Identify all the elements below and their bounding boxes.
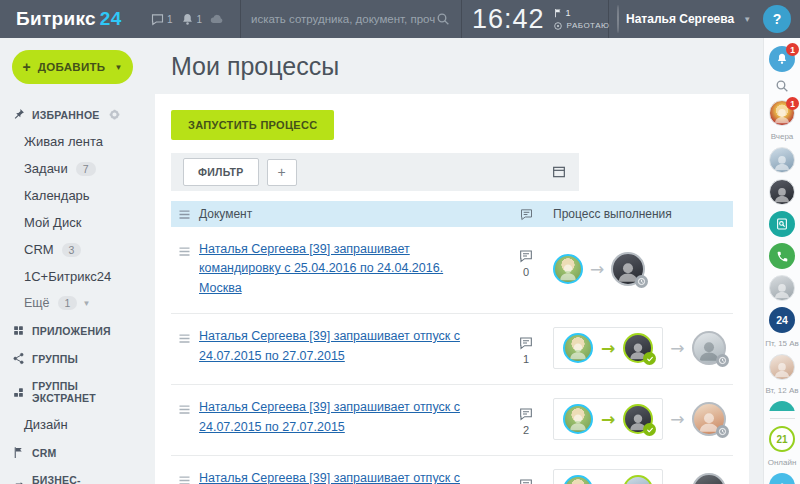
person-icon (567, 339, 589, 361)
check-icon (646, 355, 654, 363)
completed-stage-box: → (553, 469, 663, 484)
table-row: Наталья Сергеева [39] запрашивает команд… (171, 227, 733, 314)
pending-clock-badge (635, 275, 648, 288)
cloud-button[interactable] (207, 11, 227, 27)
comments-cell[interactable]: 0 (499, 240, 553, 278)
drag-handle-icon (177, 473, 192, 484)
chevron-down-icon: ▼ (743, 15, 751, 24)
completed-stage-box: → (553, 327, 663, 369)
sidebar-item-1c-bitrix24[interactable]: 1С+Битрикс24 (0, 263, 145, 290)
comments-cell[interactable]: 0 (499, 469, 553, 484)
rail-chat-contact[interactable] (769, 179, 795, 205)
top-bar: Битрикс 24 1 1 16:42 1 РАБОТА (0, 0, 800, 38)
initiator-avatar[interactable] (563, 333, 593, 363)
initiator-avatar[interactable] (563, 475, 593, 484)
rail-notifications-button[interactable]: 1 (769, 46, 795, 72)
chat-button[interactable]: 1 (148, 12, 175, 27)
rail-call-chat[interactable] (769, 243, 795, 269)
clock-time: 16:42 (472, 4, 545, 35)
drag-handle[interactable] (171, 469, 199, 484)
gear-icon[interactable] (108, 108, 121, 121)
apps-icon (12, 324, 25, 337)
arrow-icon: → (590, 261, 604, 278)
document-link[interactable]: Наталья Сергеева [39] запрашивает команд… (199, 242, 443, 295)
approved-avatar[interactable] (623, 333, 653, 363)
share-icon (12, 352, 25, 365)
online-users-button[interactable]: 21 (769, 426, 795, 452)
work-status-label: РАБОТАЮ (567, 21, 610, 30)
cloud-icon (209, 11, 225, 27)
drag-handle[interactable] (171, 398, 199, 417)
comment-icon (518, 248, 534, 264)
view-settings-icon[interactable] (551, 164, 567, 180)
pending-approver-avatar[interactable] (611, 252, 645, 286)
drag-handle[interactable] (171, 240, 199, 259)
approved-avatar[interactable] (623, 475, 653, 484)
pending-clock-badge (716, 425, 729, 438)
sidebar-item-my-disk[interactable]: Мой Диск (0, 209, 145, 236)
logo-number: 24 (100, 8, 122, 30)
sidebar-item-more[interactable]: Ещё 1 ▼ (0, 290, 145, 316)
left-sidebar: + ДОБАВИТЬ ▼ ИЗБРАННОЕ Живая лента Задач… (0, 38, 145, 484)
app-logo[interactable]: Битрикс 24 (0, 0, 148, 38)
work-status[interactable]: РАБОТАЮ (553, 21, 610, 31)
sidebar-item-tasks[interactable]: Задачи 7 (0, 155, 145, 182)
loop-icon (12, 480, 25, 484)
time-tracker[interactable]: 16:42 1 РАБОТАЮ (462, 0, 608, 38)
add-filter-button[interactable]: + (267, 159, 297, 186)
run-process-button[interactable]: ЗАПУСТИТЬ ПРОЦЕСС (171, 110, 334, 140)
rail-chat-contact[interactable] (769, 147, 795, 173)
help-button[interactable]: ? (763, 5, 791, 33)
pending-approver-avatar[interactable] (692, 331, 726, 365)
initiator-avatar[interactable] (553, 254, 583, 284)
rail-chat-contact[interactable] (769, 275, 795, 301)
comment-icon (518, 406, 534, 422)
notification-count: 1 (197, 14, 203, 25)
sidebar-section-crm[interactable]: CRM (0, 438, 145, 466)
approved-avatar[interactable] (623, 404, 653, 434)
person-icon (772, 152, 792, 172)
sidebar-item-design[interactable]: Дизайн (0, 411, 145, 438)
column-header-document[interactable]: Документ (199, 207, 499, 221)
user-menu[interactable]: Наталья Сергеева ▼ (608, 0, 754, 38)
sidebar-section-extranet-groups[interactable]: ГРУППЫ ЭКСТРАНЕТ (0, 372, 145, 411)
comments-cell[interactable]: 1 (499, 327, 553, 365)
rail-chat-contact[interactable] (769, 354, 795, 380)
filter-button[interactable]: ФИЛЬТР (183, 158, 259, 186)
comments-cell[interactable]: 2 (499, 398, 553, 436)
sidebar-item-live-feed[interactable]: Живая лента (0, 128, 145, 155)
rail-clipped-chat[interactable] (769, 401, 795, 411)
document-link[interactable]: Наталья Сергеева [39] запрашивает отпуск… (199, 400, 460, 433)
column-header-process[interactable]: Процесс выполнения (553, 207, 733, 221)
extranet-header-label: ГРУППЫ ЭКСТРАНЕТ (32, 380, 135, 404)
sidebar-item-crm[interactable]: CRM 3 (0, 236, 145, 263)
flag-counter[interactable]: 1 (553, 8, 610, 18)
item-label: Мой Диск (24, 215, 81, 230)
search-icon[interactable] (435, 11, 451, 27)
sidebar-section-favorites[interactable]: ИЗБРАННОЕ (0, 100, 145, 128)
rail-search-button[interactable] (774, 78, 790, 94)
rail-doc-search-chat[interactable] (769, 211, 795, 237)
phone-icon (776, 250, 789, 263)
crm-badge: 3 (62, 243, 82, 257)
sidebar-section-apps[interactable]: ПРИЛОЖЕНИЯ (0, 316, 145, 344)
add-button[interactable]: + ДОБАВИТЬ ▼ (12, 50, 133, 84)
rail-chat-contact[interactable]: 1 (769, 100, 795, 126)
search-icon (774, 78, 790, 94)
user-name: Наталья Сергеева (626, 12, 734, 26)
pending-approver-avatar[interactable] (692, 473, 726, 484)
rail-bitrix24-chat[interactable]: 24 (769, 307, 795, 333)
notifications-button[interactable]: 1 (178, 12, 205, 27)
initiator-avatar[interactable] (563, 404, 593, 434)
sidebar-item-calendar[interactable]: Календарь (0, 182, 145, 209)
document-link[interactable]: Наталья Сергеева [39] запрашивает отпуск… (199, 471, 460, 484)
document-link[interactable]: Наталья Сергеева [39] запрашивает отпуск… (199, 329, 460, 362)
arrow-icon: → (670, 340, 684, 357)
column-header-comments[interactable] (499, 207, 553, 222)
sidebar-section-groups[interactable]: ГРУППЫ (0, 344, 145, 372)
sidebar-section-business-processes[interactable]: БИЗНЕС-ПРОЦЕССЫ (0, 466, 145, 484)
pending-approver-avatar[interactable] (692, 402, 726, 436)
search-input[interactable] (251, 13, 435, 25)
new-chat-button[interactable]: + (769, 473, 795, 484)
drag-handle[interactable] (171, 327, 199, 346)
